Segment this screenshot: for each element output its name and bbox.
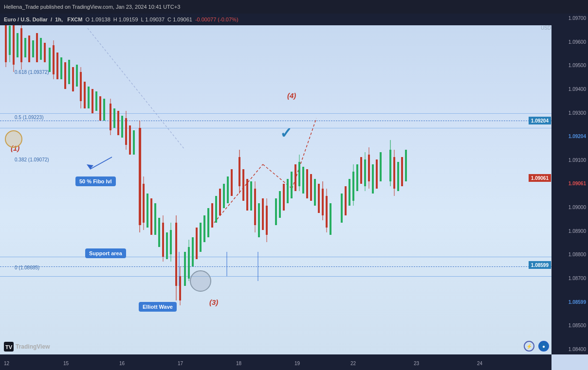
price-level-3: 1.09500 — [553, 63, 586, 69]
instrument-bar: Euro / U.S. Dollar / 1h, FXCM O 1.09138 … — [0, 14, 551, 25]
time-label-16: 16 — [119, 361, 125, 366]
svg-text:TV: TV — [5, 344, 13, 350]
indicator-icon: ● — [538, 341, 549, 352]
fibo-50: 0.5 (1.09223) — [15, 115, 44, 120]
price-level-14: 1.08500 — [553, 323, 586, 329]
indicator-icons: ⚡ ● — [524, 341, 549, 352]
price-level-11: 1.08800 — [553, 252, 586, 258]
chart-area: 0.618 (1.09372) 0.5 (1.09223) 0.382 (1.0… — [0, 14, 551, 354]
elliott-annotation: Elliott Wave — [139, 302, 177, 312]
price-level-13: 1.08599 — [553, 300, 586, 305]
price-level-7: 1.09100 — [553, 158, 586, 163]
time-label-22: 22 — [350, 361, 356, 366]
ohlc-high: H 1.09159 — [113, 17, 138, 22]
price-level-8: 1.09061 — [553, 181, 586, 187]
resistance-line — [0, 121, 551, 121]
resistance-zone-line2 — [0, 128, 551, 128]
price-change: -0.00077 (-0.07%) — [195, 17, 239, 22]
ohlc-low: L 1.09037 — [141, 17, 165, 22]
price-level-2: 1.09600 — [553, 39, 586, 45]
resistance-zone-line — [0, 113, 551, 114]
time-label-12: 12 — [4, 361, 9, 366]
price-level-10: 1.08900 — [553, 229, 586, 234]
wave-label-3: (3) — [209, 298, 218, 306]
publisher-info: Hellena_Trade published on TradingView.c… — [4, 4, 180, 10]
price-level-4: 1.09400 — [553, 87, 586, 92]
price-level-9: 1.09000 — [553, 205, 586, 211]
support-badge: 1.08599 — [529, 261, 551, 269]
price-level-1: 1.09700 — [553, 16, 586, 21]
time-label-17: 17 — [178, 361, 183, 366]
price-level-5: 1.09300 — [553, 110, 586, 116]
time-axis: 12 15 16 17 18 19 22 23 24 — [0, 354, 551, 370]
wave3-marker — [190, 270, 211, 292]
lightning-icon: ⚡ — [524, 341, 534, 352]
support-zone-bottom — [0, 276, 551, 277]
time-label-23: 23 — [414, 361, 419, 366]
fibo-annotation: 50 % Fibo lvl — [75, 176, 116, 186]
price-level-6: 1.09204 — [553, 134, 586, 140]
tv-brand-name: TradingView — [16, 343, 50, 350]
tv-watermark: TV TradingView — [4, 342, 50, 352]
current-price-badge: 1.09061 — [529, 174, 551, 182]
time-label-24: 24 — [477, 361, 482, 366]
tv-logo-icon: TV — [4, 342, 14, 352]
price-axis: 1.09700 1.09600 1.09500 1.09400 1.09300 … — [551, 14, 588, 354]
time-label-19: 19 — [294, 361, 300, 366]
ohlc-close: C 1.09061 — [167, 17, 192, 22]
price-level-15: 1.08400 — [553, 347, 586, 352]
support-line — [0, 266, 551, 267]
support-zone-top — [0, 257, 551, 257]
wave-label-4: (4) — [287, 91, 296, 100]
instrument-name: Euro / U.S. Dollar / 1h, FXCM — [4, 17, 82, 22]
chart-container: Hellena_Trade published on TradingView.c… — [0, 0, 588, 370]
fibo-382: 0.382 (1.09072) — [15, 157, 49, 162]
fibo-618: 0.618 (1.09372) — [15, 70, 49, 75]
time-label-15: 15 — [63, 361, 69, 366]
wave4-checkmark: ✓ — [280, 124, 292, 141]
fibo-0: 0 (1.08685) — [15, 265, 39, 270]
header-bar: Hellena_Trade published on TradingView.c… — [0, 0, 588, 14]
ohlc-open: O 1.09138 — [85, 17, 110, 22]
support-annotation: Support area — [85, 248, 126, 258]
price-level-12: 1.08700 — [553, 276, 586, 282]
currency-label: USD — [541, 25, 551, 31]
time-label-18: 18 — [236, 361, 241, 366]
wave1-marker — [5, 130, 22, 148]
resistance-badge: 1.09204 — [529, 117, 551, 124]
